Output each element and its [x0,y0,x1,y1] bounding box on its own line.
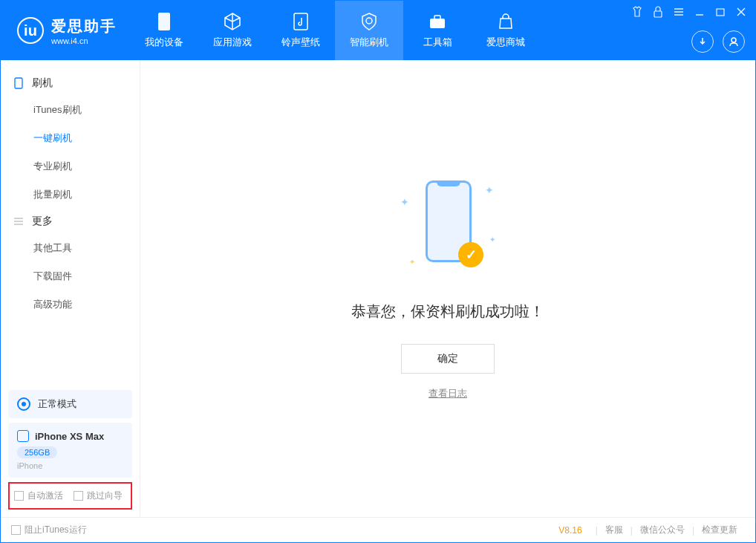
device-name: iPhone XS Max [35,431,104,442]
checkbox-label: 跳过向导 [87,490,123,502]
nav-label: 铃声壁纸 [281,36,320,49]
sparkle-icon: ✦ [485,184,494,196]
section-title: 更多 [32,215,53,228]
shield-refresh-icon [359,12,379,31]
minimize-icon[interactable] [693,5,706,19]
lock-icon[interactable] [651,5,665,19]
download-icon[interactable] [691,30,714,53]
options-highlight-box: 自动激活 跳过向导 [8,482,132,510]
footer-link-support[interactable]: 客服 [598,524,630,536]
device-type: iPhone [17,461,123,470]
sparkle-icon: ✦ [409,258,415,266]
footer-link-wechat[interactable]: 微信公众号 [633,524,692,536]
phone-icon [13,77,25,89]
svg-rect-10 [717,9,724,16]
sidebar-item-pro-flash[interactable]: 专业刷机 [1,152,140,181]
sidebar-section-more: 更多 [1,209,140,234]
titlebar-controls [630,5,748,19]
device-icon [154,12,174,31]
footer-link-update[interactable]: 检查更新 [694,524,745,536]
sidebar-item-advanced[interactable]: 高级功能 [1,290,140,319]
svg-rect-14 [15,78,22,88]
ok-button[interactable]: 确定 [401,344,495,374]
tshirt-icon[interactable] [630,5,644,19]
nav-tabs: 我的设备 应用游戏 铃声壁纸 智能刷机 工具箱 爱思商城 [130,1,540,60]
svg-rect-5 [654,11,662,17]
close-icon[interactable] [734,5,748,19]
main-content: ✦ ✦ ✦ ✦ ✓ 恭喜您，保资料刷机成功啦！ 确定 查看日志 [140,60,755,517]
device-mode-card[interactable]: 正常模式 [8,390,132,418]
checkbox-icon [11,525,21,535]
view-log-link[interactable]: 查看日志 [428,387,467,400]
sparkle-icon: ✦ [489,235,495,244]
sidebar-section-flash: 刷机 [1,71,140,96]
svg-rect-1 [294,13,307,30]
nav-tab-ringtones[interactable]: 铃声壁纸 [267,1,335,60]
logo: iu 爱思助手 www.i4.cn [1,16,130,45]
device-card[interactable]: iPhone XS Max 256GB iPhone [8,423,132,478]
sidebar-item-batch-flash[interactable]: 批量刷机 [1,181,140,209]
nav-tab-toolbox[interactable]: 工具箱 [403,1,472,60]
nav-tab-smart-flash[interactable]: 智能刷机 [335,1,403,60]
nav-label: 应用游戏 [213,36,252,49]
checkbox-label: 阻止iTunes运行 [25,524,87,536]
app-header: iu 爱思助手 www.i4.cn 我的设备 应用游戏 铃声壁纸 智能刷机 工具… [1,1,755,60]
mode-label: 正常模式 [38,397,76,411]
nav-label: 我的设备 [145,36,183,49]
sidebar-item-download-firmware[interactable]: 下载固件 [1,262,140,290]
app-url: www.i4.cn [51,36,117,45]
music-file-icon [291,12,310,31]
sparkle-icon: ✦ [400,196,409,208]
nav-tab-my-device[interactable]: 我的设备 [130,1,198,60]
checkbox-icon [14,491,24,501]
svg-point-2 [366,18,372,24]
sidebar-item-other-tools[interactable]: 其他工具 [1,234,140,262]
device-capacity: 256GB [17,446,57,458]
checkbox-auto-activate[interactable]: 自动激活 [14,490,63,502]
nav-tab-apps-games[interactable]: 应用游戏 [198,1,267,60]
user-icon[interactable] [723,30,745,53]
menu-icon[interactable] [672,5,685,19]
success-message: 恭喜您，保资料刷机成功啦！ [351,302,544,322]
svg-rect-0 [158,13,170,30]
nav-tab-store[interactable]: 爱思商城 [472,1,540,60]
footer: 阻止iTunes运行 V8.16 | 客服 | 微信公众号 | 检查更新 [1,517,755,542]
header-right-actions [691,30,745,53]
svg-point-13 [731,38,736,42]
success-illustration: ✦ ✦ ✦ ✦ ✓ [396,177,500,281]
nav-label: 爱思商城 [486,36,525,49]
checkbox-label: 自动激活 [27,490,63,502]
app-name: 爱思助手 [51,16,117,36]
maximize-icon[interactable] [714,5,727,19]
svg-rect-3 [430,19,445,28]
phone-notch-icon [437,181,460,186]
version-label: V8.16 [558,525,581,536]
sidebar: 刷机 iTunes刷机 一键刷机 专业刷机 批量刷机 更多 其他工具 下载固件 … [1,60,140,517]
bag-icon [496,12,515,31]
svg-rect-4 [434,16,440,19]
toolbox-icon [428,12,447,31]
checkbox-block-itunes[interactable]: 阻止iTunes运行 [11,524,87,536]
logo-icon: iu [17,17,44,44]
section-title: 刷机 [32,77,53,90]
device-phone-icon [17,430,29,442]
nav-label: 智能刷机 [350,36,388,49]
cube-icon [223,12,242,31]
mode-icon [17,397,30,411]
list-icon [13,215,25,227]
nav-label: 工具箱 [423,36,452,49]
checkbox-icon [74,491,83,501]
sidebar-item-itunes-flash[interactable]: iTunes刷机 [1,96,140,124]
check-badge-icon: ✓ [458,242,483,267]
sidebar-item-oneclick-flash[interactable]: 一键刷机 [1,124,140,152]
checkbox-skip-guide[interactable]: 跳过向导 [74,490,123,502]
